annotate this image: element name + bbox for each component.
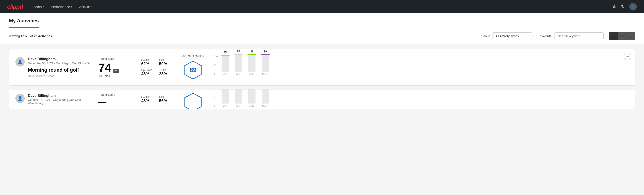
stats-grid: FW Hit 43% GIR 56%: [141, 96, 172, 103]
bar-group-app: 90 APP: [235, 50, 242, 75]
y-label-0: 0: [214, 72, 218, 75]
score-value: 74: [98, 62, 111, 74]
bar-chart-section: 100 50 0 94 OTT 83: [214, 89, 628, 109]
bar-chart: 100 50 0 85 OTT 90: [214, 55, 628, 80]
bar-container-putt: [262, 89, 269, 104]
bar-fill-app: [235, 89, 242, 104]
bar-fill-putt: [262, 54, 269, 72]
y-label-50: 50: [214, 64, 218, 66]
stat-value: 62%: [141, 62, 155, 66]
search-input[interactable]: [554, 32, 604, 40]
view-toggle-group: ☰ ⊞ ☰: [609, 32, 635, 40]
bar-group-putt: 87 PUTT: [262, 89, 269, 107]
nav-teams[interactable]: Teams ▾: [32, 5, 44, 9]
list-dense-icon: ☰: [612, 34, 615, 38]
score-holes: 18 Holes: [98, 74, 134, 78]
bar-xlabel-ott: OTT: [223, 72, 228, 75]
activity-type-select[interactable]: All Activity Types: [492, 32, 532, 40]
navbar-right: ⊕ ↻ 👤: [613, 3, 637, 10]
nav-performance[interactable]: Performance ▾: [51, 5, 72, 9]
round-score-label: Round Score: [98, 57, 134, 60]
bar-group-app: 83 APP: [235, 89, 242, 107]
show-filter-group: Show: All Activity Types: [481, 32, 532, 40]
keywords-label: Keywords:: [538, 34, 552, 38]
nav-menu: Teams ▾ Performance ▾ Activities: [32, 5, 604, 9]
user-info: Dave Billingham December 05, 2021 - Gog …: [28, 57, 91, 78]
avatar-icon: 👤: [18, 59, 22, 64]
stat-value: 56%: [159, 98, 172, 103]
bar-value-app: 90: [237, 50, 240, 53]
score-badge: +4: [113, 69, 119, 73]
viewing-count-text: Viewing 12 out of 29 Activities: [9, 34, 476, 38]
bar-fill-app: [235, 54, 242, 72]
svg-marker-1: [185, 93, 201, 110]
bar-line-app: [234, 54, 243, 54]
bar-fill-arg: [248, 54, 256, 72]
bar-fill-arg: [248, 89, 256, 104]
bar-group-arg: 89 ARG: [248, 50, 256, 75]
stat-item: GIR 50%: [159, 58, 172, 66]
stats-section: FW Hit 43% GIR 56%: [141, 96, 172, 103]
bar-group-ott: 94 OTT: [222, 89, 229, 107]
view-list-dense-button[interactable]: ☰: [609, 32, 618, 40]
y-label-100: 100: [214, 55, 218, 58]
bar-xlabel-arg: ARG: [249, 72, 254, 75]
bar-fill-putt: [262, 89, 269, 104]
bar-xlabel-ott: OTT: [223, 104, 228, 107]
bar-group-ott: 85 OTT: [222, 51, 229, 75]
stat-value: 43%: [141, 98, 155, 103]
user-icon: 👤: [631, 5, 635, 8]
bar-line-arg: [248, 54, 256, 55]
activity-card: ✏ 👤 Dave Billingham December 05, 2021 - …: [9, 49, 635, 86]
view-grid-button[interactable]: ⊞: [618, 32, 626, 40]
page-title: My Activities: [9, 14, 39, 28]
main-content: ✏ 👤 Dave Billingham December 05, 2021 - …: [0, 44, 644, 117]
user-info: Dave Billingham October 16, 2021 - Gog M…: [28, 94, 91, 105]
round-score-section: Round Score 74 +4 18 Holes: [98, 57, 134, 78]
stat-value: 43%: [141, 72, 155, 76]
activity-card: 👤 Dave Billingham October 16, 2021 - Gog…: [9, 89, 635, 109]
stat-label: GIR: [159, 58, 172, 62]
score-value-row: —: [98, 98, 134, 106]
user-avatar-button[interactable]: 👤: [629, 3, 637, 10]
refresh-icon[interactable]: ↻: [621, 4, 625, 9]
bar-chart: 100 50 0 94 OTT 83: [214, 89, 628, 109]
filter-bar: Viewing 12 out of 29 Activities Show: Al…: [0, 28, 644, 44]
bar-chart-section: 100 50 0 85 OTT 90: [214, 55, 628, 80]
bar-container-ott: [222, 89, 229, 104]
add-icon[interactable]: ⊕: [613, 4, 616, 9]
stat-value: 50%: [159, 62, 172, 66]
user-date: October 16, 2021 - Gog Magog Golf Club -…: [28, 98, 91, 105]
round-score-section: Round Score —: [98, 93, 134, 106]
nav-activities[interactable]: Activities: [79, 5, 92, 9]
logo[interactable]: clippd: [7, 3, 23, 10]
bar-group-arg: 106 ARG: [248, 89, 256, 107]
bar-fill-ott: [222, 89, 229, 104]
hexagon-value: 89: [190, 66, 196, 74]
avatar: 👤: [16, 57, 25, 66]
avg-shot-quality-section: Avg Shot Quality: [180, 89, 206, 109]
bar-container-arg: [248, 54, 256, 72]
show-label: Show:: [481, 34, 490, 38]
view-list-compact-button[interactable]: ☰: [626, 32, 635, 40]
bar-line-ott: [221, 55, 230, 56]
hexagon-svg: [183, 92, 203, 110]
stats-grid: FW Hit 62% GIR 50% Up/Down 43% 1 Putt 28…: [141, 58, 172, 76]
user-date: December 05, 2021 - Gog Magog Golf Club …: [28, 62, 91, 65]
bar-value-putt: 89: [264, 50, 267, 53]
page-header: My Activities: [0, 14, 644, 28]
bar-container-app: [235, 54, 242, 72]
stat-label: Up/Down: [141, 68, 155, 72]
stat-value: 28%: [159, 72, 172, 76]
bar-xlabel-app: APP: [236, 72, 241, 75]
chart-y-labels: 100 50 0: [214, 55, 218, 75]
hexagon-badge: [183, 92, 203, 110]
bar-fill-ott: [222, 55, 229, 72]
stat-item: 1 Putt 28%: [159, 68, 172, 76]
bar-xlabel-app: APP: [236, 104, 241, 107]
chart-y-labels: 100 50 0: [214, 89, 218, 107]
stat-item: FW Hit 43%: [141, 96, 155, 103]
bar-xlabel-arg: ARG: [249, 104, 254, 107]
activity-title: Morning round of golf: [28, 67, 91, 73]
card-left: 👤 Dave Billingham December 05, 2021 - Go…: [16, 57, 91, 78]
